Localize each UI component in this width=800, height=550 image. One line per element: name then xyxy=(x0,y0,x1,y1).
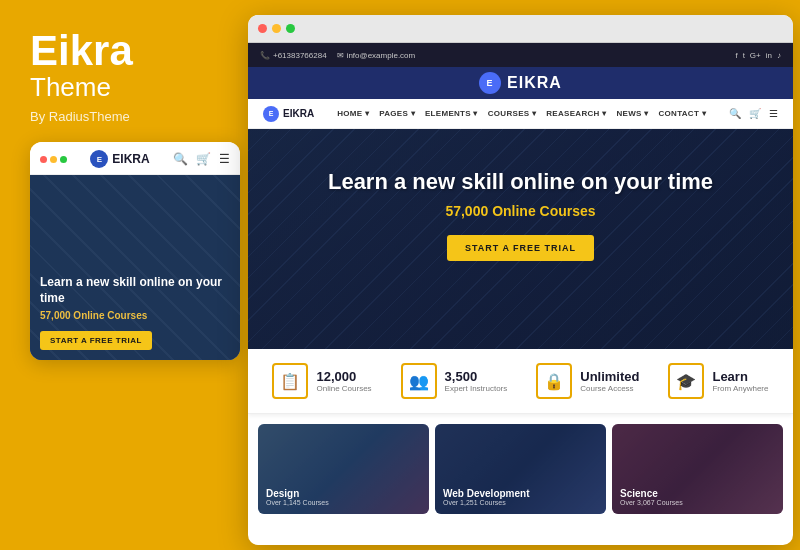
nav-bar: E EIKRA HOME ▾ PAGES ▾ ELEMENTS ▾ COURSE… xyxy=(248,99,793,129)
cat-content-science: Science Over 3,067 Courses xyxy=(612,424,783,514)
cat-content-design: Design Over 1,145 Courses xyxy=(258,424,429,514)
mobile-dot-green xyxy=(60,156,67,163)
cat-count-webdev: Over 1,251 Courses xyxy=(443,499,598,506)
nav-pages[interactable]: PAGES ▾ xyxy=(379,109,415,118)
logo-bar: E EIKRA xyxy=(248,67,793,99)
left-panel: Eikra Theme By RadiusTheme E EIKRA 🔍 🛒 ☰ xyxy=(0,0,248,550)
nav-elements[interactable]: ELEMENTS ▾ xyxy=(425,109,478,118)
browser-dot-red[interactable] xyxy=(258,24,267,33)
stat-icon-learn: 🎓 xyxy=(668,363,704,399)
stat-text-access: Unlimited Course Access xyxy=(580,369,639,393)
brand-title: Eikra xyxy=(30,30,228,72)
mobile-top-bar: E EIKRA 🔍 🛒 ☰ xyxy=(30,142,240,175)
mobile-hero-title: Learn a new skill online on your time xyxy=(40,275,230,306)
stat-number-courses: 12,000 xyxy=(316,369,371,384)
mobile-hero: Learn a new skill online on your time 57… xyxy=(30,175,240,360)
mobile-logo-text: EIKRA xyxy=(112,152,149,166)
contact-phone: 📞 +61383766284 xyxy=(260,51,327,60)
cat-count-design: Over 1,145 Courses xyxy=(266,499,421,506)
social-google[interactable]: G+ xyxy=(750,51,761,60)
stat-label-learn: From Anywhere xyxy=(712,384,768,393)
cat-name-science: Science xyxy=(620,488,775,499)
mobile-hero-courses: 57,000 Online Courses xyxy=(40,310,230,321)
hero-section: Learn a new skill online on your time 57… xyxy=(248,129,793,349)
nav-logo-text: EIKRA xyxy=(283,108,314,119)
mobile-menu-icon[interactable]: ☰ xyxy=(219,152,230,166)
stat-learn: 🎓 Learn From Anywhere xyxy=(668,363,768,399)
mobile-nav-icons: 🔍 🛒 ☰ xyxy=(173,152,230,166)
brand-by: By RadiusTheme xyxy=(30,109,228,124)
nav-search-icon[interactable]: 🔍 xyxy=(729,108,741,119)
stat-icon-courses: 📋 xyxy=(272,363,308,399)
hero-courses-count: 57,000 Online Courses xyxy=(268,203,773,219)
browser-dot-yellow[interactable] xyxy=(272,24,281,33)
mobile-logo-icon: E xyxy=(90,150,108,168)
brand-subtitle: Theme xyxy=(30,72,228,103)
nav-right: 🔍 🛒 ☰ xyxy=(729,108,778,119)
stat-number-instructors: 3,500 xyxy=(445,369,508,384)
stats-bar: 📋 12,000 Online Courses 👥 3,500 Expert I… xyxy=(248,349,793,414)
category-science[interactable]: Science Over 3,067 Courses xyxy=(612,424,783,514)
nav-logo-icon: E xyxy=(263,106,279,122)
mobile-hero-content: Learn a new skill online on your time 57… xyxy=(40,275,230,350)
nav-contact[interactable]: CONTACT ▾ xyxy=(658,109,705,118)
desktop-mockup: 📞 +61383766284 ✉ info@example.com f t G+… xyxy=(248,15,793,545)
mobile-cart-icon[interactable]: 🛒 xyxy=(196,152,211,166)
mobile-search-icon[interactable]: 🔍 xyxy=(173,152,188,166)
hero-title: Learn a new skill online on your time xyxy=(268,169,773,195)
mobile-cta-button[interactable]: START A FREE TRIAL xyxy=(40,331,152,350)
mobile-dots xyxy=(40,156,67,163)
stat-text-courses: 12,000 Online Courses xyxy=(316,369,371,393)
stat-label-courses: Online Courses xyxy=(316,384,371,393)
social-linkedin[interactable]: in xyxy=(766,51,772,60)
mobile-dot-red xyxy=(40,156,47,163)
social-rss[interactable]: ♪ xyxy=(777,51,781,60)
cat-name-webdev: Web Development xyxy=(443,488,598,499)
browser-chrome xyxy=(248,15,793,43)
mobile-dot-yellow xyxy=(50,156,57,163)
nav-cart-icon[interactable]: 🛒 xyxy=(749,108,761,119)
browser-dot-green[interactable] xyxy=(286,24,295,33)
nav-news[interactable]: NEWS ▾ xyxy=(616,109,648,118)
stat-number-learn: Learn xyxy=(712,369,768,384)
stat-access: 🔒 Unlimited Course Access xyxy=(536,363,639,399)
stat-label-instructors: Expert Instructors xyxy=(445,384,508,393)
logo-icon: E xyxy=(479,72,501,94)
cat-content-webdev: Web Development Over 1,251 Courses xyxy=(435,424,606,514)
nav-items: HOME ▾ PAGES ▾ ELEMENTS ▾ COURSES ▾ REAS… xyxy=(337,109,706,118)
social-links: f t G+ in ♪ xyxy=(735,51,781,60)
categories-row: Design Over 1,145 Courses Web Developmen… xyxy=(248,414,793,514)
mobile-logo: E EIKRA xyxy=(90,150,149,168)
category-webdev[interactable]: Web Development Over 1,251 Courses xyxy=(435,424,606,514)
contact-email: ✉ info@example.com xyxy=(337,51,416,60)
stat-text-learn: Learn From Anywhere xyxy=(712,369,768,393)
social-facebook[interactable]: f xyxy=(735,51,737,60)
stat-label-access: Course Access xyxy=(580,384,639,393)
nav-menu-icon[interactable]: ☰ xyxy=(769,108,778,119)
contact-bar-left: 📞 +61383766284 ✉ info@example.com xyxy=(260,51,415,60)
nav-research[interactable]: REASEARCH ▾ xyxy=(546,109,606,118)
nav-left: E EIKRA xyxy=(263,106,314,122)
logo-text: EIKRA xyxy=(507,74,562,92)
stat-icon-access: 🔒 xyxy=(536,363,572,399)
nav-courses[interactable]: COURSES ▾ xyxy=(488,109,537,118)
logo-brand: E EIKRA xyxy=(479,72,562,94)
contact-bar: 📞 +61383766284 ✉ info@example.com f t G+… xyxy=(248,43,793,67)
cat-name-design: Design xyxy=(266,488,421,499)
stat-text-instructors: 3,500 Expert Instructors xyxy=(445,369,508,393)
cat-count-science: Over 3,067 Courses xyxy=(620,499,775,506)
mobile-mockup: E EIKRA 🔍 🛒 ☰ Learn a new skill online o… xyxy=(30,142,240,360)
nav-logo: E EIKRA xyxy=(263,106,314,122)
stat-online-courses: 📋 12,000 Online Courses xyxy=(272,363,371,399)
social-twitter[interactable]: t xyxy=(743,51,745,60)
nav-home[interactable]: HOME ▾ xyxy=(337,109,369,118)
category-design[interactable]: Design Over 1,145 Courses xyxy=(258,424,429,514)
stat-instructors: 👥 3,500 Expert Instructors xyxy=(401,363,508,399)
stat-number-access: Unlimited xyxy=(580,369,639,384)
hero-content: Learn a new skill online on your time 57… xyxy=(248,129,793,281)
stat-icon-instructors: 👥 xyxy=(401,363,437,399)
hero-cta-button[interactable]: START A FREE TRIAL xyxy=(447,235,594,261)
